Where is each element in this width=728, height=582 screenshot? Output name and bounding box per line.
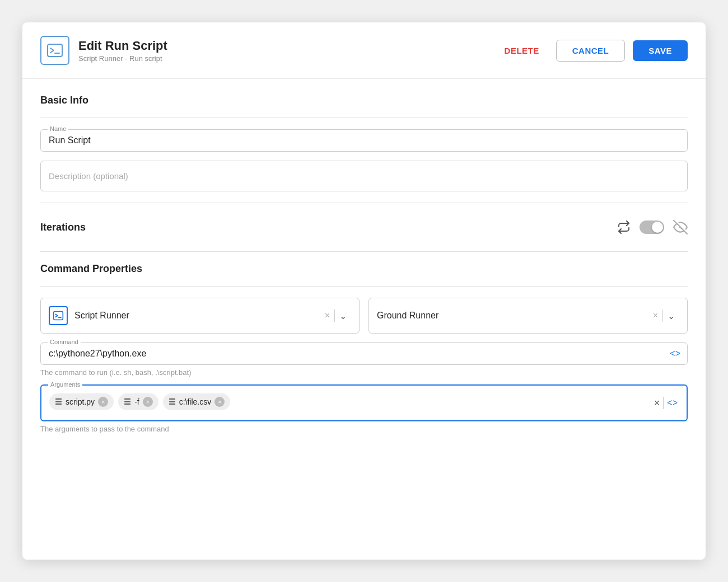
command-hint: The command to run (i.e. sh, bash, .\scr…	[40, 368, 688, 377]
command-input[interactable]	[49, 348, 665, 359]
description-field[interactable]: Description (optional)	[40, 161, 688, 191]
repeat-icon-button[interactable]	[617, 220, 631, 234]
iterations-toggle[interactable]	[640, 220, 664, 234]
plugin-chevron-icon[interactable]: ⌄	[335, 311, 351, 321]
arguments-right: × <>	[651, 397, 681, 409]
runner-dropdown-text: Ground Runner	[377, 311, 648, 321]
divider-4	[40, 286, 688, 287]
arg-icon-3: ☰	[169, 397, 176, 406]
arg-remove-1[interactable]: ×	[98, 397, 108, 407]
cancel-button[interactable]: CANCEL	[556, 40, 626, 62]
divider-1	[40, 118, 688, 118]
header: Edit Run Script Script Runner - Run scri…	[22, 22, 706, 79]
arg-tag-3: ☰ c:\file.csv ×	[163, 393, 231, 410]
arg-tag-2: ☰ -f ×	[118, 393, 158, 410]
dropdowns-row: Script Runner × ⌄ Ground Runner × ⌄	[40, 298, 688, 334]
plugin-dropdown-text: Script Runner	[74, 311, 320, 321]
arg-remove-2[interactable]: ×	[143, 397, 153, 407]
arg-icon-2: ☰	[124, 397, 131, 406]
page-title: Edit Run Script	[78, 39, 496, 53]
terminal-icon	[53, 310, 64, 321]
name-label: Name	[48, 125, 68, 132]
basic-info-title: Basic Info	[40, 95, 688, 106]
arg-remove-3[interactable]: ×	[214, 397, 225, 407]
command-code-icon[interactable]: <>	[670, 349, 680, 359]
name-field-group: Name	[40, 129, 688, 152]
plugin-dropdown[interactable]: Script Runner × ⌄	[40, 298, 360, 334]
arg-tag-1: ☰ script.py ×	[49, 393, 114, 410]
iterations-row: Iterations	[40, 214, 688, 240]
repeat-icon	[617, 220, 631, 234]
runner-dropdown[interactable]: Ground Runner × ⌄	[368, 298, 688, 334]
runner-dropdown-actions: × ⌄	[648, 309, 679, 322]
description-placeholder-text: Description (optional)	[49, 171, 128, 181]
svg-rect-0	[48, 44, 62, 57]
page-subtitle: Script Runner - Run script	[78, 54, 496, 63]
arguments-hint: The arguments to pass to the command	[40, 425, 688, 433]
script-runner-icon	[46, 42, 63, 59]
toggle-knob	[652, 222, 663, 233]
arg-text-3: c:\file.csv	[179, 397, 212, 406]
runner-chevron-icon[interactable]: ⌄	[663, 311, 679, 321]
save-button[interactable]: SAVE	[633, 40, 688, 61]
eye-slash-icon	[673, 220, 688, 234]
body: Basic Info Name Description (optional) I…	[22, 79, 706, 457]
runner-clear-button[interactable]: ×	[648, 311, 662, 321]
plugin-dropdown-actions: × ⌄	[320, 309, 351, 322]
arg-text-1: script.py	[66, 397, 95, 406]
plugin-dropdown-icon	[49, 306, 68, 325]
header-actions: DELETE CANCEL SAVE	[496, 40, 688, 62]
divider-2	[40, 203, 688, 203]
arguments-clear-button[interactable]: ×	[651, 397, 664, 409]
divider-3	[40, 251, 688, 252]
arguments-label: Arguments	[48, 381, 82, 388]
name-field-wrapper: Name	[40, 129, 688, 152]
command-field: Command <>	[40, 342, 688, 365]
delete-button[interactable]: DELETE	[496, 40, 548, 61]
arg-text-2: -f	[134, 397, 139, 406]
arguments-code-icon[interactable]: <>	[664, 398, 681, 408]
iterations-controls	[617, 220, 688, 234]
arguments-inner: ☰ script.py × ☰ -f × ☰ c:\file.csv ×	[49, 391, 679, 412]
command-field-label: Command	[48, 339, 81, 345]
plugin-clear-button[interactable]: ×	[320, 311, 334, 321]
name-input[interactable]	[49, 134, 679, 146]
header-icon	[40, 36, 69, 65]
header-text: Edit Run Script Script Runner - Run scri…	[78, 39, 496, 63]
visibility-toggle-button[interactable]	[673, 220, 688, 234]
modal-container: Edit Run Script Script Runner - Run scri…	[22, 22, 706, 560]
arg-icon-1: ☰	[55, 397, 62, 406]
iterations-label: Iterations	[40, 222, 86, 233]
arguments-wrapper[interactable]: Arguments ☰ script.py × ☰ -f × ☰ c:\file…	[40, 384, 688, 421]
command-properties-title: Command Properties	[40, 263, 688, 275]
